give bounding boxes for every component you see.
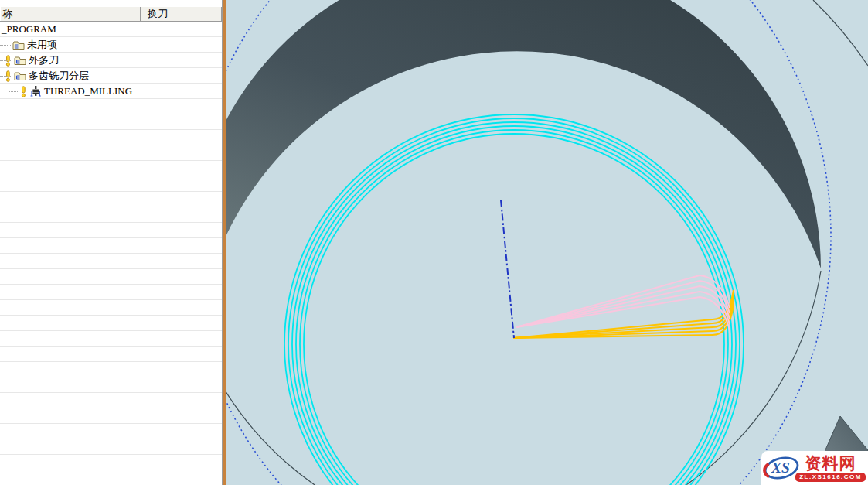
xs-logo-icon: XS — [763, 453, 800, 483]
tree-row--[interactable]: 多齿铣刀分层 — [0, 68, 144, 84]
navigator-tree[interactable]: _PROGRAM未用项外多刀多齿铣刀分层THREAD_MILLING — [0, 22, 222, 485]
tree-row-thread-milling[interactable]: THREAD_MILLING — [0, 84, 159, 99]
tree-row-label: 未用项 — [27, 37, 57, 53]
watermark-site-name: 资料网 — [805, 455, 856, 472]
watermark: XS 资料网 ZL.XS1616.COM — [761, 451, 868, 485]
tree-connector — [9, 84, 9, 91]
tree-row--[interactable]: 未用项 — [0, 37, 152, 53]
model-canvas[interactable] — [226, 0, 868, 485]
program-group-folder-icon — [12, 40, 25, 50]
column-divider[interactable] — [141, 6, 141, 485]
column-header-name[interactable]: 称 — [0, 7, 141, 21]
watermark-site-url: ZL.XS1616.COM — [795, 473, 866, 482]
tree-connector — [0, 60, 11, 61]
graphics-window[interactable]: XS 资料网 ZL.XS1616.COM — [223, 0, 868, 485]
column-header-name-label: 称 — [2, 8, 12, 19]
tree-row-label: 外多刀 — [29, 53, 59, 68]
operation-navigator-panel: 称 换刀 _PROGRAM未用项外多刀多齿铣刀分层THREAD_MILLING — [0, 0, 223, 485]
regenerate-warning-icon — [19, 86, 28, 97]
tree-connector — [0, 45, 11, 46]
tree-row--[interactable]: 外多刀 — [0, 53, 144, 68]
navigator-header: 称 换刀 — [0, 6, 222, 22]
navigator-top-strip — [0, 0, 222, 6]
column-header-toolchange-label: 换刀 — [148, 8, 168, 19]
tree-connector — [0, 76, 11, 77]
column-header-toolchange[interactable]: 换刀 — [141, 7, 222, 21]
tree-row--program[interactable]: _PROGRAM — [0, 22, 141, 37]
tree-row-label: 多齿铣刀分层 — [29, 68, 89, 84]
tree-row-label: _PROGRAM — [2, 22, 56, 37]
tree-connector — [9, 91, 18, 92]
program-group-folder-icon — [14, 71, 26, 81]
program-group-folder-icon — [14, 56, 26, 66]
svg-text:XS: XS — [771, 459, 790, 476]
tree-row-label: THREAD_MILLING — [44, 84, 132, 99]
thread-mill-tool-icon — [29, 86, 42, 97]
